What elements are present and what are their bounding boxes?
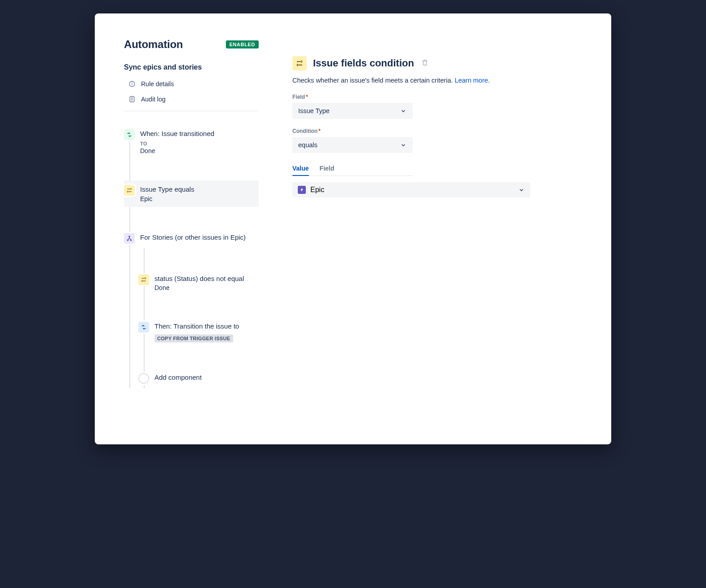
flow-branch[interactable]: For Stories (or other issues in Epic) bbox=[124, 228, 259, 248]
tab-value[interactable]: Value bbox=[292, 162, 309, 176]
action-title: Then: Transition the issue to bbox=[154, 322, 254, 331]
value-field-tabs: Value Field bbox=[292, 162, 413, 176]
condition-select[interactable]: equals bbox=[292, 137, 413, 153]
condition-value: Epic bbox=[140, 195, 254, 202]
flow-trigger[interactable]: When: Issue transitioned TO Done bbox=[124, 125, 259, 159]
svg-point-2 bbox=[132, 83, 132, 83]
branch-title: For Stories (or other issues in Epic) bbox=[140, 233, 254, 242]
condition-select-value: equals bbox=[298, 141, 318, 149]
flow-add-component[interactable]: Add component bbox=[138, 369, 259, 388]
status-badge: ENABLED bbox=[226, 40, 259, 48]
divider bbox=[124, 111, 259, 111]
flow-nested-condition[interactable]: status (Status) does not equal Done bbox=[138, 270, 259, 296]
svg-point-9 bbox=[130, 239, 131, 240]
condition-title: Issue Type equals bbox=[140, 185, 254, 194]
document-icon bbox=[128, 96, 136, 103]
rule-name: Sync epics and stories bbox=[124, 63, 259, 71]
tab-field[interactable]: Field bbox=[320, 162, 335, 176]
svg-point-8 bbox=[127, 239, 128, 240]
nested-condition-value: Done bbox=[154, 284, 254, 291]
field-select[interactable]: Issue Type bbox=[292, 103, 413, 119]
field-select-value: Issue Type bbox=[298, 107, 330, 114]
svg-point-7 bbox=[129, 236, 130, 237]
trigger-sub: TO bbox=[140, 141, 254, 146]
trigger-icon bbox=[124, 129, 135, 140]
page-title: Automation bbox=[124, 38, 183, 51]
trigger-value: Done bbox=[140, 147, 254, 154]
value-select[interactable]: Epic bbox=[292, 182, 530, 197]
flow-action[interactable]: Then: Transition the issue to COPY FROM … bbox=[138, 317, 259, 347]
epic-icon bbox=[298, 186, 306, 194]
rule-details-link[interactable]: Rule details bbox=[124, 79, 259, 89]
action-lozenge: COPY FROM TRIGGER ISSUE bbox=[154, 334, 233, 342]
field-label: Field* bbox=[292, 94, 591, 100]
panel-desc: Checks whether an issue's field meets a … bbox=[292, 77, 591, 84]
chevron-down-icon bbox=[518, 186, 525, 193]
rule-details-label: Rule details bbox=[141, 80, 174, 88]
learn-more-link[interactable]: Learn more bbox=[454, 77, 488, 84]
delete-button[interactable] bbox=[421, 59, 428, 68]
nested-condition-title: status (Status) does not equal bbox=[154, 274, 254, 283]
nested-condition-icon bbox=[138, 274, 149, 285]
flow-condition[interactable]: Issue Type equals Epic bbox=[124, 180, 259, 206]
info-icon bbox=[128, 80, 136, 88]
audit-log-label: Audit log bbox=[141, 96, 165, 103]
trash-icon bbox=[421, 59, 428, 66]
condition-icon bbox=[124, 185, 135, 196]
panel-title: Issue fields condition bbox=[313, 57, 414, 69]
add-label: Add component bbox=[154, 373, 254, 382]
action-icon bbox=[138, 322, 149, 333]
condition-label: Condition* bbox=[292, 128, 591, 134]
panel-icon bbox=[292, 56, 307, 70]
branch-icon bbox=[124, 233, 135, 244]
trigger-title: When: Issue transitioned bbox=[140, 129, 254, 138]
chevron-down-icon bbox=[400, 141, 407, 149]
add-icon bbox=[138, 373, 149, 384]
chevron-down-icon bbox=[400, 107, 407, 114]
value-select-value: Epic bbox=[310, 186, 324, 194]
audit-log-link[interactable]: Audit log bbox=[124, 94, 259, 105]
